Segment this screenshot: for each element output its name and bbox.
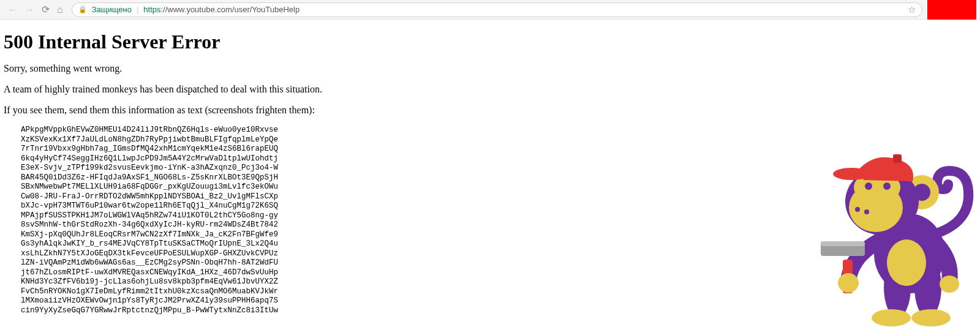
back-icon[interactable]: ← (7, 5, 17, 15)
divider: | (137, 5, 138, 14)
browser-toolbar: ← → ⟳ ⌂ 🔒 Защищено | https://www.youtube… (0, 0, 980, 20)
nav-buttons: ← → ⟳ ⌂ (4, 5, 67, 15)
secure-label: Защищено (92, 5, 132, 14)
error-msg-2: A team of highly trained monkeys has bee… (4, 84, 976, 95)
error-dump: APkpgMVppkGhEVwZ0HMEUi4D24liJ9tRbnQZ6Hql… (21, 126, 976, 315)
forward-icon[interactable]: → (24, 5, 34, 15)
reload-icon[interactable]: ⟳ (42, 5, 50, 15)
page-content: 500 Internal Server Error Sorry, somethi… (0, 20, 980, 319)
home-icon[interactable]: ⌂ (57, 5, 63, 15)
error-title: 500 Internal Server Error (4, 31, 976, 53)
address-bar[interactable]: 🔒 Защищено | https://www.youtube.com/use… (72, 2, 922, 17)
error-msg-1: Sorry, something went wrong. (4, 63, 976, 74)
url-text: https://www.youtube.com/user/YouTubeHelp (143, 5, 300, 14)
extension-block (927, 0, 976, 20)
url-scheme: https (143, 5, 160, 14)
bookmark-star-icon[interactable]: ☆ (908, 4, 916, 15)
error-msg-3: If you see them, send them this informat… (4, 105, 976, 116)
url-path: ://www.youtube.com/user/YouTubeHelp (160, 5, 300, 14)
lock-icon: 🔒 (78, 6, 87, 13)
